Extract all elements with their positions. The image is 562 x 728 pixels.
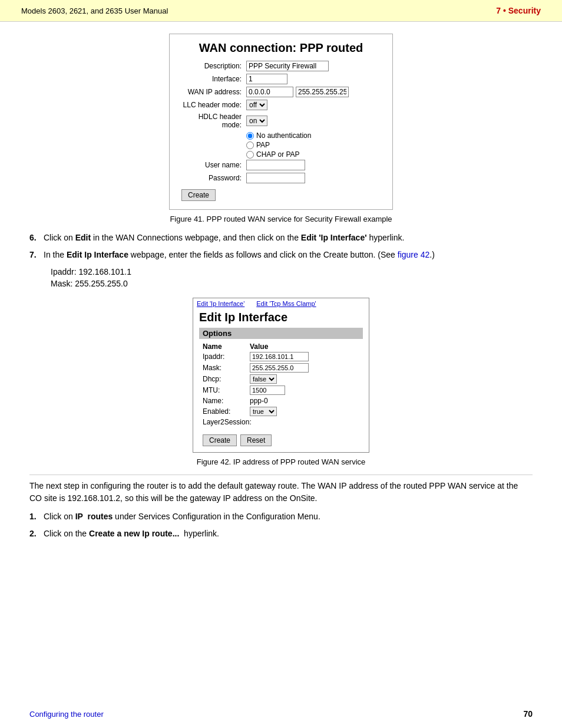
- password-label: Password:: [181, 174, 246, 182]
- no-auth-radio-row: No authentication: [246, 131, 381, 140]
- edit-layer2-label: Layer2Session:: [203, 418, 250, 426]
- hdlc-row: HDLC header mode: on off: [181, 113, 381, 129]
- create-route-bold: Create a new Ip route...: [89, 529, 179, 538]
- interface-input[interactable]: [246, 74, 287, 84]
- footer-pagenum: 70: [523, 709, 533, 719]
- step-bottom-2: 2. Click on the Create a new Ip route...…: [29, 528, 533, 540]
- edit-ip-form-box: Edit 'Ip Interface' Edit 'Tcp Mss Clamp'…: [193, 298, 369, 453]
- mask-line: Mask: 255.255.255.0: [51, 279, 533, 288]
- pap-label: PAP: [256, 141, 270, 149]
- username-input[interactable]: [246, 160, 305, 170]
- tab-ip-interface[interactable]: Edit 'Ip Interface': [197, 300, 244, 307]
- pap-radio[interactable]: [246, 141, 254, 149]
- edit-box-tabs: Edit 'Ip Interface' Edit 'Tcp Mss Clamp': [193, 298, 369, 307]
- edit-mask-input[interactable]: [250, 363, 309, 373]
- edit-mask-value: [250, 363, 309, 373]
- edit-ipaddr-input[interactable]: [250, 352, 309, 361]
- body-text: The next step in configuring the router …: [29, 480, 533, 505]
- steps-bottom: 1. Click on IP routes under Services Con…: [29, 510, 533, 540]
- wan-ip-mask-input[interactable]: [296, 87, 349, 97]
- page-header: Models 2603, 2621, and 2635 User Manual …: [0, 0, 562, 22]
- edit-ipaddr-row: Ipaddr:: [203, 352, 363, 361]
- wan-ip-row: WAN IP address:: [181, 87, 381, 97]
- step6-bold1: Edit: [75, 233, 91, 242]
- figure42-caption: Figure 42. IP address of PPP routed WAN …: [29, 457, 533, 466]
- chap-radio-row: CHAP or PAP: [246, 150, 381, 159]
- llc-select[interactable]: off on: [246, 100, 267, 110]
- step6-bold2: Edit 'Ip Interface': [301, 233, 367, 242]
- tab-tcp-mss[interactable]: Edit 'Tcp Mss Clamp': [256, 300, 316, 307]
- wan-create-button[interactable]: Create: [181, 189, 216, 201]
- col-name-header: Name: [203, 342, 250, 351]
- edit-box-title: Edit Ip Interface: [199, 311, 363, 324]
- edit-mask-row: Mask:: [203, 363, 363, 373]
- edit-section-header: Options: [199, 328, 363, 339]
- divider: [29, 475, 533, 475]
- edit-create-button[interactable]: Create: [203, 434, 237, 446]
- interface-row: Interface:: [181, 74, 381, 84]
- edit-dhcp-label: Dhcp:: [203, 375, 250, 383]
- description-input[interactable]: [246, 61, 329, 71]
- figure42-link[interactable]: figure 42: [398, 250, 429, 259]
- description-row: Description:: [181, 61, 381, 71]
- footer-link[interactable]: Configuring the router: [29, 710, 104, 719]
- edit-enabled-select[interactable]: true false: [250, 407, 277, 416]
- step6-text: Click on Edit in the WAN Connections web…: [44, 232, 404, 244]
- header-right: 7 • Security: [496, 6, 541, 15]
- page-footer: Configuring the router 70: [0, 709, 562, 719]
- edit-name-value: ppp-0: [250, 397, 268, 405]
- edit-box-inner: Edit Ip Interface Options Name Value Ipa…: [193, 307, 369, 452]
- ipaddr-line: Ipaddr: 192.168.101.1: [51, 267, 533, 276]
- edit-dhcp-select[interactable]: false true: [250, 374, 277, 384]
- edit-reset-button[interactable]: Reset: [240, 434, 272, 446]
- chap-label: CHAP or PAP: [256, 150, 300, 159]
- edit-enabled-value: true false: [250, 407, 277, 416]
- no-auth-radio[interactable]: [246, 132, 254, 140]
- edit-mtu-input[interactable]: [250, 386, 285, 395]
- wan-ip-label: WAN IP address:: [181, 88, 246, 96]
- description-label: Description:: [181, 62, 246, 70]
- edit-ipaddr-label: Ipaddr:: [203, 353, 250, 361]
- step-bottom-2-text: Click on the Create a new Ip route... hy…: [44, 528, 219, 540]
- wan-ip-input[interactable]: [246, 87, 293, 97]
- wan-form-box: WAN connection: PPP routed Description: …: [169, 34, 393, 210]
- col-value-header: Value: [250, 342, 320, 351]
- edit-name-label: Name:: [203, 397, 250, 405]
- edit-mtu-value: [250, 386, 285, 395]
- edit-name-row: Name: ppp-0: [203, 397, 363, 405]
- step6-num: 6.: [29, 232, 39, 244]
- pap-radio-row: PAP: [246, 141, 381, 149]
- password-row: Password:: [181, 173, 381, 183]
- step-bottom-1-text: Click on IP routes under Services Config…: [44, 510, 320, 523]
- step-bottom-2-num: 2.: [29, 528, 39, 540]
- no-auth-label: No authentication: [256, 131, 311, 140]
- step-6: 6. Click on Edit in the WAN Connections …: [29, 232, 533, 244]
- hdlc-label: HDLC header mode:: [181, 113, 246, 129]
- username-label: User name:: [181, 161, 246, 169]
- step-bottom-1-num: 1.: [29, 510, 39, 523]
- llc-row: LLC header mode: off on: [181, 100, 381, 110]
- edit-mtu-label: MTU:: [203, 386, 250, 394]
- header-left: Models 2603, 2621, and 2635 User Manual: [21, 6, 168, 15]
- edit-layer2-row: Layer2Session:: [203, 418, 363, 426]
- wan-form-title: WAN connection: PPP routed: [181, 41, 381, 55]
- edit-mtu-row: MTU:: [203, 386, 363, 395]
- chap-radio[interactable]: [246, 151, 254, 159]
- edit-enabled-row: Enabled: true false: [203, 407, 363, 416]
- step7-text: In the Edit Ip Interface webpage, enter …: [44, 249, 435, 261]
- auth-radio-group: No authentication PAP CHAP or PAP: [246, 131, 381, 159]
- steps-top: 6. Click on Edit in the WAN Connections …: [29, 232, 533, 261]
- step-7: 7. In the Edit Ip Interface webpage, ent…: [29, 249, 533, 261]
- figure41-caption: Figure 41. PPP routed WAN service for Se…: [29, 215, 533, 223]
- edit-dhcp-row: Dhcp: false true: [203, 374, 363, 384]
- step-bottom-1: 1. Click on IP routes under Services Con…: [29, 510, 533, 523]
- edit-dhcp-value: false true: [250, 374, 277, 384]
- step7-bold1: Edit Ip Interface: [67, 250, 128, 259]
- edit-buttons: Create Reset: [203, 431, 363, 446]
- hdlc-select[interactable]: on off: [246, 116, 267, 126]
- password-input[interactable]: [246, 173, 305, 183]
- username-row: User name:: [181, 160, 381, 170]
- edit-box-wrapper: Edit 'Ip Interface' Edit 'Tcp Mss Clamp'…: [29, 298, 533, 453]
- edit-mask-label: Mask:: [203, 364, 250, 372]
- edit-ipaddr-value: [250, 352, 309, 361]
